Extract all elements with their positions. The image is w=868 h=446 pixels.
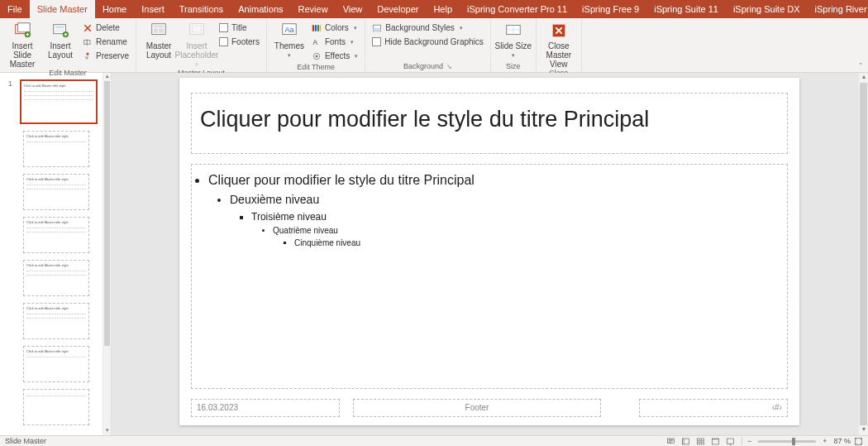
themes-icon: Aa: [280, 22, 298, 40]
tab-ispring-converter[interactable]: iSpring Converter Pro 11: [460, 0, 575, 18]
fonts-button[interactable]: AFonts▾: [312, 36, 358, 48]
title-checkbox-label: Title: [231, 23, 247, 32]
thumb-layout[interactable]: Click to edit Master title style: [23, 303, 89, 339]
footer-placeholder[interactable]: Footer: [353, 399, 601, 417]
thumbnail-scrollbar[interactable]: ▴ ▾: [103, 73, 111, 435]
tab-ispring-dx[interactable]: iSpring Suite DX: [726, 0, 808, 18]
thumb-master[interactable]: Click to edit Master title style: [20, 79, 98, 124]
editor-canvas[interactable]: Cliquer pour modifier le style du titre …: [112, 73, 858, 435]
group-label-size: Size: [506, 60, 521, 72]
thumb-layout[interactable]: Click to edit Master title style: [23, 131, 89, 167]
tab-ispring-river[interactable]: iSpring River 8: [808, 0, 868, 18]
scrollbar-handle[interactable]: [104, 81, 110, 346]
rename-button[interactable]: Rename: [83, 36, 129, 48]
tab-review[interactable]: Review: [291, 0, 336, 18]
footer-text: Footer: [465, 403, 489, 412]
thumb-layout[interactable]: Click to edit Master title style: [23, 260, 89, 296]
tab-view[interactable]: View: [336, 0, 370, 18]
tab-ispring-suite[interactable]: iSpring Suite 11: [646, 0, 726, 18]
group-background: Background Styles▾ Hide Background Graph…: [365, 18, 491, 72]
title-checkbox[interactable]: Title: [219, 22, 260, 34]
zoom-out-button[interactable]: −: [746, 437, 753, 445]
hide-background-checkbox[interactable]: Hide Background Graphics: [372, 36, 484, 48]
footers-checkbox[interactable]: Footers: [219, 36, 260, 48]
tab-slide-master[interactable]: Slide Master: [30, 0, 95, 18]
delete-icon: [83, 23, 93, 33]
close-master-view-button[interactable]: Close Master View: [540, 20, 578, 69]
status-bar: Slide Master − + 87 %: [0, 435, 868, 446]
body-level-2: Deuxième niveau: [230, 193, 319, 206]
slideshow-button[interactable]: [724, 437, 737, 446]
insert-layout-icon: [51, 22, 69, 40]
thumb-layout-label: Click to edit Master title style: [26, 134, 86, 138]
delete-button[interactable]: Delete: [83, 22, 129, 34]
effects-icon: [312, 51, 322, 61]
effects-button[interactable]: Effects▾: [312, 50, 358, 62]
zoom-level[interactable]: 87 %: [833, 437, 851, 445]
tab-help[interactable]: Help: [426, 0, 460, 18]
colors-label: Colors: [325, 23, 349, 32]
fit-to-window-button[interactable]: [854, 437, 863, 446]
svg-rect-4: [18, 23, 31, 32]
svg-rect-33: [698, 439, 700, 441]
group-edit-master: Insert Slide Master Insert Layout Delete…: [0, 18, 136, 72]
zoom-in-button[interactable]: +: [821, 437, 828, 445]
tab-file[interactable]: File: [0, 0, 30, 18]
master-layout-button[interactable]: Master Layout: [140, 20, 178, 60]
insert-layout-button[interactable]: Insert Layout: [41, 20, 79, 60]
scroll-up-icon[interactable]: ▴: [103, 73, 111, 81]
slide: Cliquer pour modifier le style du titre …: [179, 78, 799, 425]
scroll-up-icon[interactable]: ▴: [859, 73, 868, 83]
svg-point-11: [87, 52, 89, 55]
tab-transitions[interactable]: Transitions: [172, 0, 231, 18]
tab-home[interactable]: Home: [95, 0, 134, 18]
slide-size-button[interactable]: Slide Size ▾: [494, 20, 532, 60]
svg-rect-13: [154, 26, 165, 28]
scrollbar-handle[interactable]: [860, 83, 867, 425]
title-placeholder[interactable]: Cliquer pour modifier le style du titre …: [191, 93, 788, 154]
scroll-down-icon[interactable]: ▾: [859, 425, 868, 435]
chevron-down-icon: ▾: [354, 25, 357, 31]
editor-scrollbar[interactable]: ▴ ▾: [858, 73, 868, 435]
tab-developer[interactable]: Developer: [370, 0, 426, 18]
tab-insert[interactable]: Insert: [134, 0, 172, 18]
date-placeholder[interactable]: 16.03.2023: [191, 399, 340, 417]
themes-button[interactable]: Aa Themes ▾: [270, 20, 308, 60]
body-placeholder[interactable]: Cliquer pour modifier le style du titre …: [191, 164, 788, 389]
thumb-layout[interactable]: Click to edit Master title style: [23, 346, 89, 382]
slide-number-placeholder[interactable]: ‹#›: [639, 399, 788, 417]
body-level-3: Troisième niveau: [251, 211, 327, 223]
scroll-down-icon[interactable]: ▾: [103, 427, 111, 435]
background-styles-button[interactable]: Background Styles▾: [372, 22, 484, 34]
svg-rect-14: [154, 28, 159, 33]
preserve-button[interactable]: Preserve: [83, 50, 129, 62]
thumb-layout[interactable]: Click to edit Master title style: [23, 174, 89, 210]
tab-ispring-free[interactable]: iSpring Free 9: [575, 0, 646, 18]
zoom-slider-knob[interactable]: [792, 438, 795, 445]
colors-button[interactable]: Colors▾: [312, 22, 358, 34]
background-launcher[interactable]: ↘: [446, 63, 452, 70]
svg-rect-39: [727, 439, 734, 444]
zoom-slider[interactable]: [758, 440, 816, 443]
sorter-view-button[interactable]: [694, 437, 708, 446]
effects-label: Effects: [325, 51, 350, 60]
svg-rect-38: [713, 439, 719, 439]
insert-slide-master-button[interactable]: Insert Slide Master: [3, 20, 41, 69]
insert-placeholder-button[interactable]: Insert Placeholder ▾: [178, 20, 216, 69]
themes-label: Themes: [274, 41, 304, 50]
master-layout-label: Master Layout: [140, 41, 178, 60]
thumb-layout[interactable]: Click to edit Master title style: [23, 217, 89, 253]
normal-view-button[interactable]: [680, 437, 693, 446]
svg-rect-34: [702, 439, 704, 441]
thumb-layout[interactable]: [23, 389, 89, 425]
tab-animations[interactable]: Animations: [231, 0, 290, 18]
insert-slide-master-icon: [13, 22, 31, 40]
svg-text:A: A: [312, 39, 317, 46]
notes-button[interactable]: [665, 437, 678, 446]
reading-view-button[interactable]: [709, 437, 723, 446]
chevron-down-icon: ▾: [351, 39, 354, 46]
collapse-ribbon-button[interactable]: ˄: [859, 62, 863, 70]
background-styles-label: Background Styles: [385, 23, 454, 32]
chevron-down-icon: ▾: [195, 60, 198, 69]
svg-rect-23: [320, 25, 322, 31]
